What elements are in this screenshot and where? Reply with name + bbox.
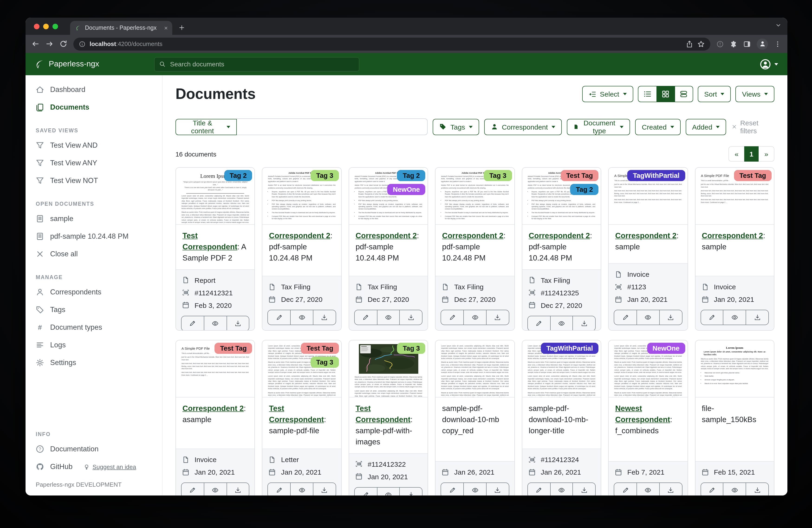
download-document-button[interactable] bbox=[226, 316, 249, 331]
view-document-button[interactable] bbox=[290, 310, 313, 325]
tag-chip[interactable]: Tag 2 bbox=[570, 184, 599, 195]
filter-document-type-dropdown[interactable]: Document type bbox=[567, 119, 630, 135]
filter-tags-dropdown[interactable]: Tags bbox=[433, 119, 479, 135]
minimize-window-button[interactable] bbox=[43, 24, 49, 29]
sidebar-item-logs[interactable]: Logs bbox=[26, 336, 162, 354]
edit-document-button[interactable] bbox=[701, 310, 723, 325]
download-document-button[interactable] bbox=[400, 310, 422, 325]
edit-document-button[interactable] bbox=[355, 310, 377, 325]
sidebar-item-test-view-not[interactable]: Test View NOT bbox=[26, 172, 162, 189]
view-document-button[interactable] bbox=[204, 316, 227, 331]
download-document-button[interactable] bbox=[313, 310, 336, 325]
view-document-button[interactable] bbox=[637, 310, 659, 325]
tag-chip[interactable]: Test Tag bbox=[561, 170, 598, 181]
browser-profile-avatar[interactable] bbox=[757, 38, 768, 49]
close-window-button[interactable] bbox=[34, 24, 40, 29]
correspondent-link[interactable]: Test Correspondent bbox=[356, 404, 411, 424]
download-document-button[interactable] bbox=[659, 310, 682, 325]
document-thumbnail[interactable]: Adobe Acrobat PDF FilesAdobe® Portable D… bbox=[436, 168, 514, 225]
correspondent-link[interactable]: Test Correspondent bbox=[269, 404, 324, 424]
correspondent-link[interactable]: Correspondent 2 bbox=[528, 231, 590, 240]
correspondent-link[interactable]: Correspondent 2 bbox=[183, 404, 244, 412]
edit-document-button[interactable] bbox=[701, 483, 723, 496]
edit-document-button[interactable] bbox=[614, 483, 637, 496]
document-thumbnail[interactable]: Lorem ipsum dolor sit amet, consectetur … bbox=[609, 340, 687, 398]
view-mode-detail-button[interactable] bbox=[675, 86, 693, 102]
reload-button[interactable] bbox=[59, 40, 67, 48]
site-info-icon[interactable] bbox=[79, 41, 85, 47]
share-icon[interactable] bbox=[686, 40, 693, 47]
tag-chip[interactable]: Tag 3 bbox=[484, 170, 512, 181]
correspondent-link[interactable]: Correspondent 2 bbox=[442, 231, 504, 240]
view-document-button[interactable] bbox=[204, 483, 227, 496]
correspondent-link[interactable]: Correspondent 2 bbox=[269, 231, 330, 240]
forward-button[interactable] bbox=[45, 40, 53, 48]
document-thumbnail[interactable]: Mauris ac auctor dolor. Proin maximus qu… bbox=[349, 340, 428, 398]
views-dropdown-button[interactable]: Views bbox=[736, 86, 774, 102]
tag-chip[interactable]: Tag 3 bbox=[310, 170, 339, 181]
tab-close-icon[interactable] bbox=[164, 26, 168, 30]
download-document-button[interactable] bbox=[486, 310, 509, 325]
correspondent-link[interactable]: Test Correspondent bbox=[183, 231, 237, 251]
document-thumbnail[interactable]: Adobe Acrobat PDF FilesAdobe® Portable D… bbox=[263, 168, 341, 225]
download-document-button[interactable] bbox=[313, 483, 336, 496]
download-document-button[interactable] bbox=[659, 483, 682, 496]
sidebar-item-sample[interactable]: sample bbox=[26, 210, 162, 228]
correspondent-link[interactable]: Correspondent 2 bbox=[356, 231, 417, 240]
sidebar-item-github[interactable]: GitHub bbox=[26, 458, 76, 475]
browser-tab[interactable]: Documents - Paperless-ngx bbox=[70, 21, 172, 35]
view-document-button[interactable] bbox=[723, 483, 746, 496]
suggest-an-idea-link[interactable]: Suggest an idea bbox=[84, 463, 136, 470]
edit-document-button[interactable] bbox=[268, 310, 290, 325]
download-document-button[interactable] bbox=[486, 483, 509, 496]
tab-search-caret-icon[interactable] bbox=[776, 23, 781, 28]
view-document-button[interactable] bbox=[463, 483, 486, 496]
tag-chip[interactable]: Tag 3 bbox=[310, 357, 339, 368]
sidebar-item-settings[interactable]: Settings bbox=[26, 354, 162, 371]
back-button[interactable] bbox=[32, 40, 40, 48]
browser-menu-kebab-icon[interactable] bbox=[774, 40, 781, 47]
extensions-puzzle-icon[interactable] bbox=[730, 40, 737, 47]
user-menu[interactable] bbox=[759, 58, 778, 70]
filter-added-dropdown[interactable]: Added bbox=[686, 119, 726, 135]
view-document-button[interactable] bbox=[377, 310, 400, 325]
tag-chip[interactable]: NewOne bbox=[647, 343, 685, 354]
filter-text-input[interactable] bbox=[237, 118, 427, 135]
edit-document-button[interactable] bbox=[441, 483, 464, 496]
download-document-button[interactable] bbox=[226, 483, 249, 496]
view-document-button[interactable] bbox=[637, 483, 659, 496]
tag-chip[interactable]: Tag 3 bbox=[397, 343, 425, 354]
document-thumbnail[interactable]: Lorem ipsumLorem ipsum dolor sit amet, c… bbox=[695, 340, 774, 398]
correspondent-link[interactable]: Correspondent 2 bbox=[615, 231, 677, 240]
sidebar-item-test-view-and[interactable]: Test View AND bbox=[26, 137, 162, 154]
tag-chip[interactable]: NewOne bbox=[388, 184, 425, 195]
document-thumbnail[interactable]: Adobe Acrobat PDF FilesAdobe® Portable D… bbox=[522, 168, 601, 225]
view-mode-list-button[interactable] bbox=[638, 86, 656, 102]
tag-chip[interactable]: Test Tag bbox=[215, 343, 252, 354]
sidebar-item-dashboard[interactable]: Dashboard bbox=[26, 81, 162, 98]
tag-chip[interactable]: Tag 2 bbox=[397, 170, 425, 181]
document-thumbnail[interactable]: Lorem ipsum dolor sit amet, consectetur … bbox=[522, 340, 601, 398]
edit-document-button[interactable] bbox=[528, 483, 550, 496]
bookmark-star-icon[interactable] bbox=[697, 40, 705, 47]
download-document-button[interactable] bbox=[573, 483, 595, 496]
download-document-button[interactable] bbox=[573, 316, 595, 331]
document-thumbnail[interactable]: A Simple PDF FileThis is a small demonst… bbox=[609, 168, 687, 225]
sort-dropdown-button[interactable]: Sort bbox=[698, 86, 731, 102]
pagination-next-button[interactable]: » bbox=[759, 146, 774, 161]
document-thumbnail[interactable]: Lorem ipsum dolor sit amet, consectetur … bbox=[263, 340, 341, 398]
tag-chip[interactable]: TagWithPartial bbox=[627, 170, 685, 181]
view-document-button[interactable] bbox=[550, 483, 573, 496]
zoom-window-button[interactable] bbox=[53, 24, 58, 29]
tag-chip[interactable]: Test Tag bbox=[301, 343, 339, 354]
search-input[interactable] bbox=[169, 60, 354, 68]
extension-status-icon[interactable] bbox=[716, 40, 724, 47]
pagination-page-1-button[interactable]: 1 bbox=[744, 146, 759, 161]
view-document-button[interactable] bbox=[377, 487, 400, 496]
edit-document-button[interactable] bbox=[182, 316, 204, 331]
sidebar-item-test-view-any[interactable]: Test View ANY bbox=[26, 154, 162, 172]
reset-filters-button[interactable]: Reset filters bbox=[732, 119, 774, 135]
filter-correspondent-dropdown[interactable]: Correspondent bbox=[484, 119, 562, 135]
download-document-button[interactable] bbox=[745, 483, 768, 496]
document-thumbnail[interactable]: Lorem ipsum dolor sit amet, consectetur … bbox=[436, 340, 514, 398]
